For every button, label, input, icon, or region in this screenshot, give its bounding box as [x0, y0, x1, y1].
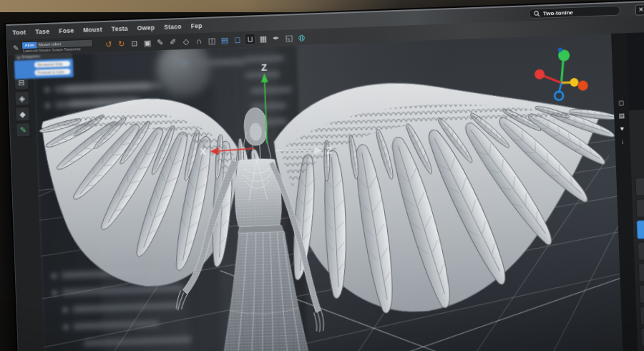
menu-group[interactable]: Owep [137, 24, 155, 32]
diamond-icon[interactable]: ◈ [14, 91, 29, 106]
paintbrush-icon[interactable]: ✒ [637, 219, 644, 239]
options-panel: ⊞ Estagottem Meostamiet Onlat Posstown t… [14, 52, 73, 80]
sphere-tool-icon[interactable]: ◔ [640, 305, 644, 325]
options-selection: Meostamiet Onlat Posstown te motet [14, 59, 74, 80]
gizmo-z-axis-ball[interactable] [570, 78, 578, 87]
mode-field-rest: Mosel robet [36, 42, 64, 47]
close-button[interactable]: ✕ [635, 4, 644, 16]
option-item[interactable]: Posstown te motet [34, 69, 70, 76]
menu-edit[interactable]: Tase [35, 28, 49, 36]
frame-small-icon[interactable]: ◻ [618, 99, 624, 106]
heart-icon[interactable]: ♥ [620, 125, 625, 132]
sliders-icon[interactable]: ☰ [636, 198, 644, 218]
brush-icon[interactable]: ✒ [270, 32, 282, 44]
magnet-icon[interactable]: ∩ [193, 35, 205, 47]
frame-icon[interactable]: ▣ [142, 37, 153, 49]
axis-label-z-right: Z [326, 145, 332, 156]
gizmo-neg-axis-ball[interactable] [577, 80, 588, 91]
image-icon[interactable]: ▦ [258, 33, 269, 45]
gizmo-x-axis-ball[interactable] [535, 69, 545, 80]
layers-small-icon[interactable]: ▤ [618, 112, 625, 119]
polygon-icon[interactable]: ◆ [15, 107, 30, 122]
lock-icon[interactable]: ⊡ [129, 37, 140, 49]
beads-icon[interactable]: ∴ [639, 284, 644, 304]
folder-icon[interactable]: ▤ [219, 34, 230, 47]
search-icon [534, 10, 540, 16]
menu-mode[interactable]: Moust [83, 26, 102, 34]
axis-label-z-up: Z [261, 62, 267, 73]
download-icon[interactable]: ↓ [621, 138, 625, 145]
orientation-gizmo[interactable] [532, 44, 595, 125]
menu-view[interactable]: Fose [59, 27, 74, 35]
dice-icon[interactable]: ⚄ [633, 135, 644, 153]
cursor-icon[interactable]: ↖ [633, 115, 644, 133]
marquee-icon[interactable]: ◻ [232, 34, 243, 46]
link-icon[interactable]: ∞ [638, 262, 644, 282]
redo-icon[interactable]: ↻ [116, 38, 127, 50]
main-area: ▦ ⊟ ◈ ◆ ✎ ⊞ Estagottem Meostamiet Onlat … [8, 32, 644, 351]
mountain-icon[interactable]: ▲ [635, 176, 644, 196]
knife-icon[interactable]: ✐ [167, 36, 179, 48]
option-item[interactable]: Meostamiet Onlat [34, 61, 70, 68]
menu-help[interactable]: Fep [191, 22, 203, 30]
duplicate-icon[interactable]: ◫ [206, 34, 218, 47]
search-value: Two-tonine [543, 9, 573, 16]
tag-icon[interactable]: ◇ [180, 36, 192, 48]
cubes-icon[interactable]: ◱ [283, 32, 295, 44]
pen-icon[interactable]: ✎ [155, 37, 166, 49]
trash-icon[interactable]: ⊔ [245, 33, 256, 45]
undo-icon[interactable]: ↺ [103, 38, 114, 50]
more-icon[interactable]: ••• [640, 327, 644, 347]
hand-icon[interactable]: ☝ [638, 241, 644, 261]
menu-file[interactable]: Toot [12, 29, 26, 37]
green-pen-icon[interactable]: ✎ [16, 122, 31, 138]
sphere-icon[interactable]: ◍ [296, 32, 308, 44]
menu-tools[interactable]: Testa [112, 25, 128, 33]
viewport-3d[interactable]: Z X Z [34, 34, 625, 351]
pencil-tool-icon[interactable]: ✎ [13, 44, 19, 52]
app-window: Toot Tase Fose Moust Testa Owep Staco Fe… [6, 0, 644, 351]
mode-field-selected: Atlas [22, 42, 36, 49]
search-input[interactable]: Two-tonine [529, 6, 620, 19]
menu-store[interactable]: Staco [164, 23, 182, 31]
panel-title: Estagottem [22, 54, 40, 59]
panel-icon: ⊞ [17, 54, 21, 59]
axis-label-x: X [200, 146, 206, 158]
